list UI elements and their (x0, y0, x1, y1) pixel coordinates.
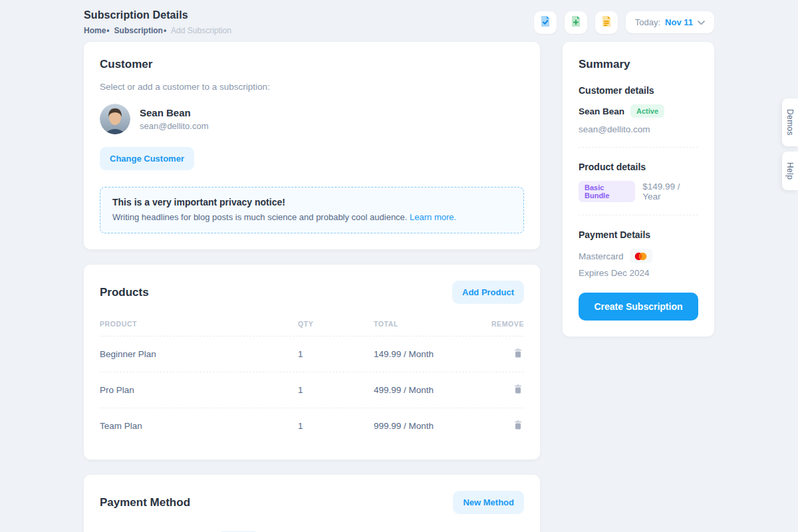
privacy-notice-body: Writing headlines for blog posts is much… (112, 212, 511, 222)
subscription-details-page: Subscription Details Home Subscription A… (0, 0, 798, 532)
customer-heading: Customer (100, 58, 524, 71)
summary-product-heading: Product details (579, 162, 698, 172)
date-label: Today: (635, 17, 660, 27)
topbar: Subscription Details Home Subscription A… (84, 9, 714, 35)
topbar-actions: Today: Nov 11 (534, 11, 714, 34)
breadcrumb-home[interactable]: Home (84, 26, 110, 35)
product-qty: 1 (298, 349, 374, 359)
table-row: Pro Plan 1 499.99 / Month (100, 372, 524, 408)
breadcrumb-subscription[interactable]: Subscription (114, 26, 167, 35)
products-table-header: Product Qty Total Remove (100, 313, 524, 336)
side-tabs: Demos Help (782, 98, 798, 190)
change-customer-button[interactable]: Change Customer (100, 147, 194, 170)
summary-customer-name: Sean Bean (579, 106, 624, 116)
bundle-badge: Basic Bundle (579, 181, 635, 202)
file-check-icon (540, 15, 551, 29)
table-row: Team Plan 1 999.99 / Month (100, 408, 524, 444)
date-value: Nov 11 (665, 17, 693, 27)
file-plus-icon (571, 15, 581, 29)
status-badge: Active (630, 104, 664, 118)
divider (579, 215, 698, 215)
file-lines-button[interactable] (595, 11, 618, 34)
chevron-down-icon (698, 17, 705, 27)
summary-heading: Summary (579, 58, 698, 71)
column-product: Product (100, 320, 298, 328)
main-column: Customer Select or add a customer to a s… (84, 42, 540, 532)
summary-payment-expires: Expires Dec 2024 (579, 268, 698, 278)
mastercard-icon (630, 249, 652, 263)
column-remove: Remove (491, 320, 524, 328)
file-check-button[interactable] (534, 11, 557, 34)
breadcrumb: Home Subscription Add Subscription (84, 26, 231, 35)
remove-product-button[interactable] (512, 382, 524, 398)
new-method-button[interactable]: New Method (453, 491, 524, 514)
customer-row: Sean Bean sean@dellito.com (100, 104, 524, 134)
customer-avatar (100, 104, 130, 134)
summary-payment-heading: Payment Details (579, 229, 698, 240)
file-plus-button[interactable] (565, 11, 587, 34)
summary-column: Summary Customer details Sean Bean Activ… (563, 42, 714, 532)
product-name: Pro Plan (100, 385, 298, 395)
table-row: Beginner Plan 1 149.99 / Month (100, 336, 524, 372)
help-tab[interactable]: Help (782, 152, 798, 190)
customer-subtext: Select or add a customer to a subscripti… (100, 82, 524, 92)
breadcrumb-add-subscription: Add Subscription (171, 26, 231, 35)
summary-customer-heading: Customer details (579, 85, 698, 96)
file-lines-icon (601, 15, 612, 29)
product-total: 999.99 / Month (374, 421, 496, 431)
product-qty: 1 (298, 421, 374, 431)
divider (579, 147, 698, 148)
privacy-notice-text: Writing headlines for blog posts is much… (112, 212, 407, 222)
customer-card: Customer Select or add a customer to a s… (84, 42, 540, 249)
product-total: 149.99 / Month (374, 349, 496, 359)
customer-name: Sean Bean (140, 107, 209, 118)
remove-product-button[interactable] (512, 346, 524, 362)
privacy-notice: This is a very important privacy notice!… (100, 187, 524, 233)
payment-heading: Payment Method (100, 496, 190, 509)
products-card: Products Add Product Product Qty Total R… (84, 265, 540, 460)
summary-payment-brand: Mastercard (579, 251, 624, 261)
trash-icon (513, 422, 523, 432)
topbar-left: Subscription Details Home Subscription A… (84, 9, 231, 35)
product-name: Beginner Plan (100, 349, 298, 359)
product-total: 499.99 / Month (374, 385, 496, 395)
create-subscription-button[interactable]: Create Subscription (579, 293, 698, 321)
remove-product-button[interactable] (512, 418, 524, 434)
summary-customer-email: sean@dellito.com (579, 124, 698, 134)
trash-icon (513, 350, 523, 360)
product-qty: 1 (298, 385, 374, 395)
demos-tab[interactable]: Demos (782, 98, 798, 146)
summary-product-price: $149.99 / Year (642, 182, 698, 201)
privacy-notice-title: This is a very important privacy notice! (112, 197, 511, 207)
column-total: Total (374, 320, 491, 328)
date-selector[interactable]: Today: Nov 11 (626, 11, 714, 33)
customer-email: sean@dellito.com (140, 121, 209, 131)
products-heading: Products (100, 286, 149, 299)
trash-icon (513, 386, 523, 396)
product-name: Team Plan (100, 421, 298, 431)
page-title: Subscription Details (84, 9, 231, 21)
summary-card: Summary Customer details Sean Bean Activ… (563, 42, 714, 336)
customer-identity: Sean Bean sean@dellito.com (140, 107, 209, 131)
products-table: Product Qty Total Remove Beginner Plan 1… (100, 313, 524, 444)
learn-more-link[interactable]: Learn more. (410, 212, 456, 222)
add-product-button[interactable]: Add Product (452, 281, 524, 304)
column-qty: Qty (298, 320, 374, 328)
payment-method-card: Payment Method New Method Mastercard (84, 475, 540, 532)
